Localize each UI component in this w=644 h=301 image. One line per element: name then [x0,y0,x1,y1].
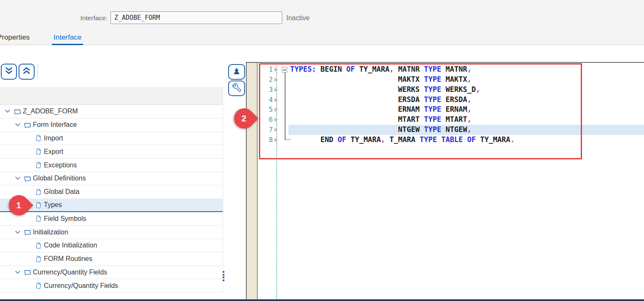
line-number: 6 [259,115,273,125]
tree-item-initialization[interactable]: Initialization [0,226,223,239]
folder-icon [22,228,33,236]
tree-item-label: Exceptions [44,161,77,169]
chevron-down-icon[interactable] [13,122,22,128]
code-line-4[interactable]: ERSDA TYPE ERSDA, [290,95,472,105]
document-icon [33,255,44,263]
chevron-down-icon[interactable] [13,269,22,275]
tree-item-field-symbols[interactable]: Field Symbols [0,212,223,226]
tree-panel-edge [223,87,223,293]
line-number: 5 [259,105,273,115]
code-line-1[interactable]: TYPES: BEGIN OF TY_MARA, MATNR TYPE MATN… [290,64,472,75]
tree-item-label: FORM Routines [44,255,92,263]
form-builder-screen: Interface: Inactive PropertiesInterface … [0,0,644,301]
tree-item-currency-quantity-fields[interactable]: Currency/Quantity Fields [0,279,223,293]
interface-name-input[interactable] [110,11,282,24]
tree-item-label: Global Data [44,188,80,196]
line-change-marker-icon [275,118,278,122]
tree-item-label: Currency/Quantity Fields [44,282,118,290]
document-icon [33,282,44,289]
editor-top-border [246,62,644,63]
document-icon [33,215,44,222]
document-icon [33,242,44,249]
fold-scope-line [285,140,291,140]
document-icon [33,161,44,169]
interface-tree: Z_ADOBE_FORMForm InterfaceImportExportEx… [0,105,223,293]
folder-icon [12,108,23,115]
line-number: 4 [259,95,273,105]
tree-item-types[interactable]: Types [0,199,223,212]
document-icon [33,188,44,196]
line-change-marker-icon [275,128,278,132]
line-number: 1 [259,64,273,75]
check-wrench-button[interactable] [228,81,245,96]
line-change-marker-icon [275,138,278,142]
pretty-printer-button[interactable] [228,64,245,80]
line-change-marker-icon [275,88,278,92]
line-change-marker-icon [275,108,278,112]
panel-splitter-handle[interactable] [223,271,225,281]
tree-item-label: Code Initialization [44,242,97,249]
line-change-marker-icon [275,78,278,82]
tree-item-code-initialization[interactable]: Code Initialization [0,239,223,253]
toolbar-divider [38,64,38,78]
code-line-3[interactable]: WERKS TYPE WERKS_D, [290,85,480,95]
tab-properties[interactable]: Properties [0,31,31,45]
line-number: 3 [259,85,273,95]
tree-item-form-routines[interactable]: FORM Routines [0,253,223,266]
wrench-icon [232,83,241,94]
tree-item-label: Initialization [33,228,68,236]
tree-item-label: Global Definitions [33,175,86,182]
line-change-marker-icon [275,67,278,72]
tree-item-currency-quantity-fields[interactable]: Currency/Quantity Fields [0,266,223,280]
code-line-6[interactable]: MTART TYPE MTART, [290,115,472,125]
tree-item-label: Form Interface [33,121,77,129]
window-bottom-edge [0,299,644,301]
tree-item-global-data[interactable]: Global Data [0,185,223,199]
tab-interface[interactable]: Interface [52,31,83,45]
tab-bar: PropertiesInterface [0,31,380,45]
tree-item-export[interactable]: Export [0,145,223,159]
folder-icon [22,269,33,276]
code-line-2[interactable]: MAKTX TYPE MAKTX, [290,75,472,85]
code-line-8[interactable]: END OF TY_MARA, T_MARA TYPE TABLE OF TY_… [290,135,515,145]
tree-item-label: Field Symbols [44,215,86,223]
document-icon [33,134,44,142]
tree-item-form-interface[interactable]: Form Interface [0,118,223,132]
chevron-down-icon[interactable] [3,108,12,114]
double-chevron-up-icon [22,66,32,78]
tree-header-row [0,87,223,105]
line-change-marker-icon [275,98,278,102]
line-number: 8 [259,135,273,145]
line-number: 2 [259,75,273,85]
form-header-band: Interface: Inactive PropertiesInterface [0,0,644,45]
tree-item-label: Import [44,134,63,142]
pretty-printer-icon [232,67,241,77]
status-text: Inactive [286,14,310,22]
tree-item-z-adobe-form[interactable]: Z_ADOBE_FORM [0,105,223,118]
document-icon [33,202,44,209]
double-chevron-down-icon [4,66,14,78]
tree-item-global-definitions[interactable]: Global Definitions [0,172,223,185]
code-line-7[interactable]: NTGEW TYPE NTGEW, [290,125,472,135]
line-number: 7 [259,125,273,135]
folder-icon [22,175,33,182]
fold-collapse-icon[interactable] [282,67,287,73]
tree-item-label: Export [44,148,63,156]
breakpoint-gutter[interactable] [247,63,258,299]
tree-item-exceptions[interactable]: Exceptions [0,159,223,172]
folder-icon [22,121,33,129]
chevron-down-icon[interactable] [13,175,22,181]
interface-field-label: Interface: [72,14,108,22]
expand-all-button[interactable] [1,64,17,80]
tree-item-label: Currency/Quantity Fields [33,269,107,276]
code-line-5[interactable]: ERNAM TYPE ERNAM, [290,105,472,115]
tree-item-import[interactable]: Import [0,132,223,145]
tree-item-label: Types [44,201,62,209]
collapse-all-button[interactable] [19,64,35,80]
fold-scope-line [285,73,286,140]
chevron-down-icon[interactable] [13,229,22,235]
tree-item-label: Z_ADOBE_FORM [23,108,78,115]
document-icon [33,148,44,155]
